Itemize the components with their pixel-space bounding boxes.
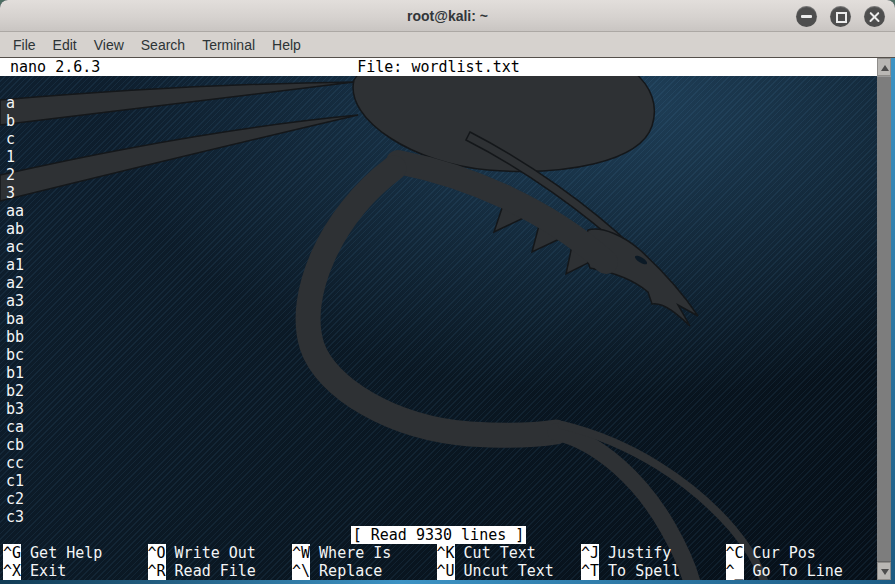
buffer-line: a1 [6,256,24,274]
buffer-line: b3 [6,400,24,418]
shortcut-cut-text: ^K Cut Text [437,544,582,562]
shortcut-key: ^J [581,544,599,562]
shortcut-get-help: ^G Get Help [3,544,148,562]
nano-titlebar: nano 2.6.3 File: wordlist.txt [0,58,877,76]
buffer-line: b [6,112,24,130]
shortcut-label: Write Out [175,544,256,562]
buffer-line: bb [6,328,24,346]
shortcut-exit: ^X Exit [3,562,148,580]
menu-item-edit[interactable]: Edit [46,35,84,55]
menu-item-search[interactable]: Search [134,35,192,55]
shortcut-key: ^\ [292,562,310,580]
buffer-line: c2 [6,490,24,508]
terminal-screen[interactable]: nano 2.6.3 File: wordlist.txt abc123aaab… [0,58,877,580]
arrow-up-icon [881,65,889,71]
shortcut-read-file: ^R Read File [148,562,293,580]
menu-item-file[interactable]: File [6,35,43,55]
buffer-line: ab [6,220,24,238]
buffer-line: b2 [6,382,24,400]
minimize-button[interactable] [796,6,817,27]
buffer-line: a2 [6,274,24,292]
shortcut-label: Read File [175,562,256,580]
shortcut-label: Cut Text [464,544,536,562]
buffer-line: c3 [6,508,24,526]
shortcut-key: ^U [437,562,455,580]
menu-item-terminal[interactable]: Terminal [195,35,262,55]
buffer-line: 3 [6,184,24,202]
scroll-down-button[interactable] [877,562,891,580]
shortcut-key: ^R [148,562,166,580]
shortcut-write-out: ^O Write Out [148,544,293,562]
shortcut-label: Exit [30,562,66,580]
window-border-bottom [0,580,891,584]
shortcut-label: Go To Line [753,562,843,580]
shortcut-replace: ^\ Replace [292,562,437,580]
maximize-button[interactable] [830,6,851,27]
buffer-line: ba [6,310,24,328]
menu-item-help[interactable]: Help [265,35,308,55]
nano-shortcut-bar: ^G Get Help^O Write Out^W Where Is^K Cut… [3,544,877,580]
shortcut-to-spell: ^T To Spell [581,562,726,580]
arrow-down-icon [881,569,889,575]
terminal-window: root@kali: ~ FileEditViewSearchTerminalH… [0,0,895,584]
shortcut-label: To Spell [608,562,680,580]
shortcut-key: ^T [581,562,599,580]
shortcut-go-to-line: ^_ Go To Line [726,562,871,580]
shortcut-key: ^O [148,544,166,562]
shortcut-cur-pos: ^C Cur Pos [726,544,871,562]
shortcut-key: ^_ [726,562,744,580]
shortcut-label: Where Is [319,544,391,562]
shortcut-key: ^C [726,544,744,562]
shortcut-uncut-text: ^U Uncut Text [437,562,582,580]
buffer-line: 1 [6,148,24,166]
nano-status-line: [ Read 9330 lines ] [0,526,877,544]
kali-dragon-wallpaper [0,58,877,580]
shortcut-label: Get Help [30,544,102,562]
nano-buffer: abc123aaabaca1a2a3babbbcb1b2b3cacbccc1c2… [6,94,24,526]
minimize-icon [801,15,812,18]
scrollbar[interactable] [877,58,891,580]
buffer-line: ca [6,418,24,436]
buffer-line: cb [6,436,24,454]
buffer-line: bc [6,346,24,364]
window-controls [796,6,885,27]
maximize-icon [836,12,847,23]
nano-status-message: [ Read 9330 lines ] [351,526,527,544]
shortcut-justify: ^J Justify [581,544,726,562]
shortcut-label: Uncut Text [464,562,554,580]
buffer-line: a [6,94,24,112]
window-title: root@kali: ~ [407,8,488,24]
buffer-line: a3 [6,292,24,310]
buffer-line: c1 [6,472,24,490]
buffer-line: b1 [6,364,24,382]
scrollbar-thumb[interactable] [877,76,891,562]
titlebar[interactable]: root@kali: ~ [0,0,895,32]
buffer-line: ac [6,238,24,256]
shortcut-label: Replace [319,562,382,580]
buffer-line: cc [6,454,24,472]
shortcut-key: ^G [3,544,21,562]
shortcut-label: Justify [608,544,671,562]
buffer-line: aa [6,202,24,220]
nano-file-label: File: wordlist.txt [0,58,877,76]
buffer-line: c [6,130,24,148]
menubar: FileEditViewSearchTerminalHelp [0,32,895,58]
shortcut-key: ^W [292,544,310,562]
close-button[interactable] [864,6,885,27]
buffer-line: 2 [6,166,24,184]
window-border-right [891,58,895,584]
shortcut-label: Cur Pos [753,544,816,562]
scroll-up-button[interactable] [877,58,891,76]
shortcut-key: ^X [3,562,21,580]
shortcut-where-is: ^W Where Is [292,544,437,562]
menu-item-view[interactable]: View [87,35,131,55]
shortcut-key: ^K [437,544,455,562]
